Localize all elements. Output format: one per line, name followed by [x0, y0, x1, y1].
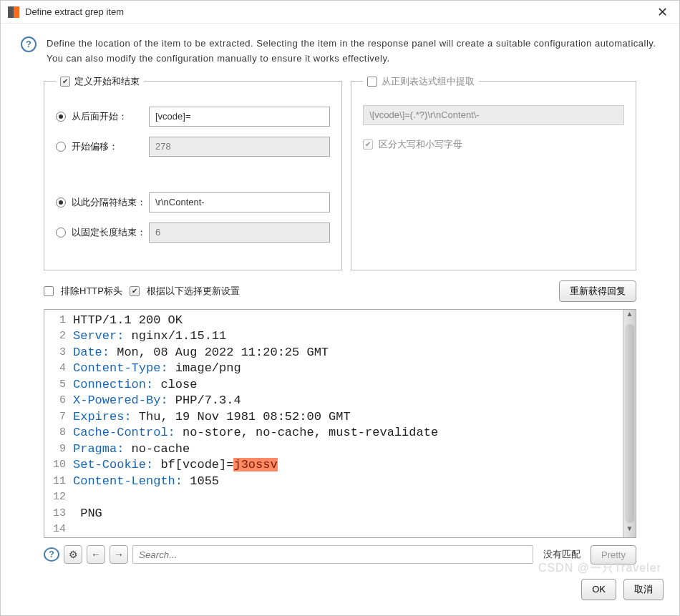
code-line[interactable]: 8Cache-Control: no-store, no-cache, must…: [44, 425, 623, 441]
panel-define-start-end: 定义开始和结束 从后面开始： 开始偏移： 以此分隔符结束： 以固定长度结束：: [44, 75, 342, 270]
input-regex: \[vcode\]=(.*?)\r\nContent\-: [363, 105, 624, 125]
scrollbar[interactable]: ▲ ▼: [623, 310, 636, 537]
no-match-label: 没有匹配: [543, 548, 581, 561]
refetch-button[interactable]: 重新获得回复: [559, 280, 636, 302]
gear-icon[interactable]: ⚙: [64, 545, 82, 564]
cancel-button[interactable]: 取消: [623, 579, 664, 600]
code-line[interactable]: 6X-Powered-By: PHP/7.3.4: [44, 393, 623, 409]
code-line[interactable]: 2Server: nginx/1.15.11: [44, 328, 623, 345]
search-input[interactable]: [132, 545, 533, 564]
input-start-after[interactable]: [149, 107, 330, 127]
scroll-up-icon[interactable]: ▲: [623, 310, 636, 323]
app-icon: [8, 6, 19, 18]
ok-button[interactable]: OK: [581, 579, 616, 600]
radio-end-fixed[interactable]: [56, 228, 66, 238]
panel-regex-extract: 从正则表达式组中提取 \[vcode\]=(.*?)\r\nContent\- …: [351, 75, 636, 270]
code-line[interactable]: 12: [44, 489, 623, 506]
code-line[interactable]: 13 PNG: [44, 506, 623, 522]
checkbox-case-sensitive: [363, 140, 373, 150]
code-line[interactable]: 1HTTP/1.1 200 OK: [44, 313, 623, 329]
checkbox-define-start-end[interactable]: [60, 77, 70, 87]
help-icon[interactable]: ?: [21, 36, 37, 52]
radio-start-offset[interactable]: [56, 142, 66, 152]
pretty-button[interactable]: Pretty: [591, 545, 636, 564]
checkbox-exclude-headers[interactable]: [44, 286, 54, 296]
input-end-fixed: [149, 223, 330, 243]
code-line[interactable]: 9Pragma: no-cache: [44, 441, 623, 458]
scroll-thumb[interactable]: [625, 324, 634, 523]
input-start-offset: [149, 137, 330, 157]
radio-end-delim[interactable]: [56, 197, 66, 207]
arrow-right-icon[interactable]: →: [110, 545, 128, 564]
arrow-left-icon[interactable]: ←: [87, 545, 105, 564]
radio-start-after[interactable]: [56, 112, 66, 122]
right-legend: 从正则表达式组中提取: [363, 75, 479, 88]
code-line[interactable]: 4Content-Type: image/png: [44, 361, 623, 377]
code-line[interactable]: 10Set-Cookie: bf[vcode]=j3ossv: [44, 457, 623, 474]
description-text: Define the location of the item to be ex…: [47, 36, 659, 67]
code-line[interactable]: 3Date: Mon, 08 Aug 2022 11:20:25 GMT: [44, 345, 623, 361]
window-title: Define extract grep item: [25, 6, 653, 17]
code-line[interactable]: 7Expires: Thu, 19 Nov 1981 08:52:00 GMT: [44, 409, 623, 426]
response-panel[interactable]: 1HTTP/1.1 200 OK2Server: nginx/1.15.113D…: [44, 309, 636, 538]
checkbox-update-config[interactable]: [130, 286, 140, 296]
scroll-down-icon[interactable]: ▼: [623, 524, 636, 537]
code-line[interactable]: 14: [44, 522, 623, 537]
code-line[interactable]: 5Connection: close: [44, 377, 623, 393]
input-end-delim[interactable]: [149, 192, 330, 212]
left-legend: 定义开始和结束: [56, 75, 144, 88]
checkbox-regex-extract[interactable]: [367, 77, 377, 87]
titlebar: Define extract grep item ✕: [1, 1, 679, 24]
close-icon[interactable]: ✕: [653, 4, 672, 20]
help-icon[interactable]: ?: [44, 547, 59, 562]
description-row: ? Define the location of the item to be …: [1, 24, 679, 75]
code-line[interactable]: 11Content-Length: 1055: [44, 474, 623, 490]
